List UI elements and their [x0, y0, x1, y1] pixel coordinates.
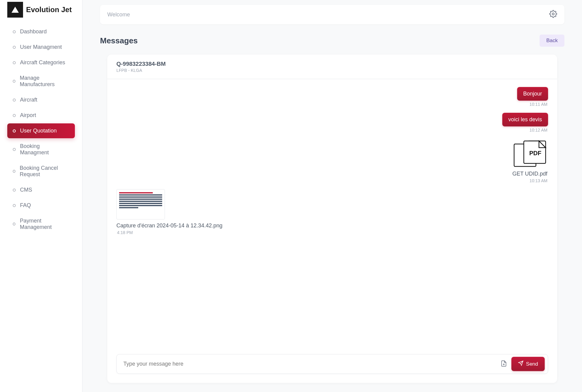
message-row: voici les devis10:12 AM — [116, 113, 548, 137]
back-button[interactable]: Back — [540, 35, 564, 47]
image-attachment[interactable] — [116, 189, 165, 219]
nav-dot-icon — [13, 46, 16, 49]
sidebar-item-label: Dashboard — [20, 28, 47, 35]
sidebar-item-airport[interactable]: Airport — [7, 108, 75, 123]
sidebar-item-user-quotation[interactable]: User Quotation — [7, 123, 75, 138]
sidebar-item-cms[interactable]: CMS — [7, 183, 75, 197]
nav-dot-icon — [13, 223, 15, 226]
nav-dot-icon — [13, 189, 16, 192]
nav-dot-icon — [13, 129, 16, 132]
brand-name: Evolution Jet — [26, 5, 72, 14]
sidebar-item-faq[interactable]: FAQ — [7, 198, 75, 213]
message-timestamp: 4:18 PM — [117, 230, 133, 235]
chat-header: Q-9983223384-BM LFPB - KLGA — [107, 55, 557, 79]
message-bubble: Bonjour — [517, 87, 548, 101]
route: LFPB - KLGA — [116, 68, 548, 73]
sidebar-item-label: Airport — [20, 112, 36, 119]
sidebar-item-aircraft-categories[interactable]: Aircraft Categories — [7, 55, 75, 70]
sidebar-item-label: Aircraft — [20, 97, 37, 103]
sidebar-item-label: Booking Managment — [20, 143, 69, 156]
message-input[interactable] — [123, 361, 496, 367]
composer: Send — [116, 354, 548, 374]
topbar: Welcome — [100, 5, 564, 24]
svg-point-0 — [552, 13, 554, 15]
chat-footer: Send — [107, 354, 557, 383]
nav-dot-icon — [13, 204, 16, 207]
svg-text:PDF: PDF — [529, 150, 541, 156]
nav-dot-icon — [13, 30, 16, 33]
gear-icon[interactable] — [549, 10, 557, 19]
message-bubble: voici les devis — [502, 113, 548, 126]
message-timestamp: 10:13 AM — [530, 178, 547, 183]
send-button[interactable]: Send — [511, 357, 545, 371]
sidebar-item-booking-cancel-request[interactable]: Booking Cancel Request — [7, 161, 75, 182]
sidebar-item-label: Booking Cancel Request — [20, 165, 69, 178]
sidebar-item-user-managment[interactable]: User Managment — [7, 40, 75, 55]
sidebar-item-label: FAQ — [20, 202, 31, 209]
nav-dot-icon — [13, 61, 16, 64]
welcome-text: Welcome — [107, 12, 130, 18]
nav-dot-icon — [13, 148, 16, 151]
main: Welcome Messages Back Q-9983223384-BM LF… — [82, 0, 582, 392]
attachment-name: Capture d'écran 2024-05-14 à 12.34.42.pn… — [116, 223, 222, 229]
quote-id: Q-9983223384-BM — [116, 61, 548, 67]
sidebar-item-label: User Managment — [20, 44, 62, 50]
send-icon — [518, 360, 523, 367]
message-row: PDFGET UDID.pdf10:13 AM — [116, 139, 548, 187]
message-timestamp: 10:11 AM — [530, 102, 547, 107]
chat-card: Q-9983223384-BM LFPB - KLGA Bonjour10:11… — [107, 55, 557, 383]
sidebar-item-label: User Quotation — [20, 128, 57, 134]
sidebar-item-dashboard[interactable]: Dashboard — [7, 24, 75, 39]
sidebar-item-manage-manufacturers[interactable]: Manage Manufacturers — [7, 71, 75, 92]
nav-dot-icon — [13, 170, 15, 173]
sidebar-item-label: Aircraft Categories — [20, 59, 65, 66]
page-header: Messages Back — [100, 35, 564, 47]
chat-body: Bonjour10:11 AMvoici les devis10:12 AMPD… — [107, 79, 557, 354]
message-row: Bonjour10:11 AM — [116, 87, 548, 111]
sidebar-item-label: CMS — [20, 187, 32, 193]
brand: Evolution Jet — [0, 2, 82, 24]
pdf-attachment[interactable]: PDFGET UDID.pdf — [512, 139, 548, 177]
message-timestamp: 10:12 AM — [530, 128, 547, 132]
sidebar-item-aircraft[interactable]: Aircraft — [7, 92, 75, 107]
attachment-name: GET UDID.pdf — [512, 171, 547, 177]
page-title: Messages — [100, 36, 138, 45]
nav-dot-icon — [13, 114, 16, 117]
pdf-icon: PDF — [512, 139, 548, 169]
file-plus-icon — [500, 363, 507, 368]
nav-dot-icon — [13, 99, 16, 102]
nav-dot-icon — [13, 80, 15, 83]
sidebar-nav: DashboardUser ManagmentAircraft Categori… — [0, 24, 82, 235]
brand-logo — [7, 2, 23, 18]
sidebar-item-label: Manage Manufacturers — [20, 75, 69, 88]
sidebar: Evolution Jet DashboardUser ManagmentAir… — [0, 0, 82, 392]
sidebar-item-booking-managment[interactable]: Booking Managment — [7, 139, 75, 160]
message-row: Capture d'écran 2024-05-14 à 12.34.42.pn… — [116, 189, 548, 239]
sidebar-item-payment-management[interactable]: Payment Management — [7, 213, 75, 235]
sidebar-item-label: Payment Management — [20, 218, 69, 230]
send-label: Send — [526, 361, 538, 367]
attach-button[interactable] — [500, 360, 507, 368]
